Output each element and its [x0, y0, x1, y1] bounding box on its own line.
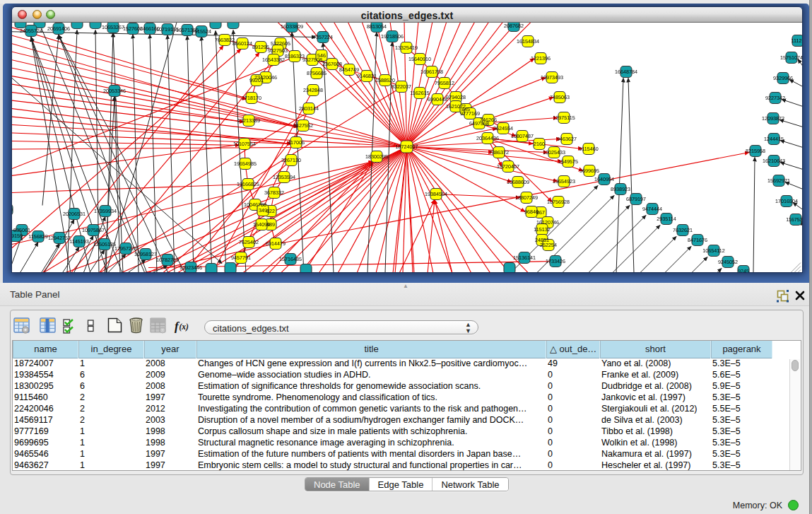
svg-text:7386372: 7386372 [489, 148, 509, 155]
svg-text:19654985: 19654985 [234, 160, 257, 166]
svg-text:10025433: 10025433 [543, 148, 565, 155]
svg-text:8186323: 8186323 [285, 52, 305, 59]
svg-text:3678332: 3678332 [264, 189, 284, 195]
svg-text:8938923: 8938923 [611, 185, 630, 192]
svg-text:1162615: 1162615 [410, 89, 429, 95]
svg-text:1156829: 1156829 [28, 233, 47, 239]
svg-text:16648784: 16648784 [615, 68, 637, 74]
svg-text:16154834: 16154834 [517, 37, 539, 44]
svg-text:115132: 115132 [534, 226, 550, 232]
svg-text:9146821: 9146821 [357, 72, 377, 78]
svg-text:18300295: 18300295 [365, 153, 388, 159]
svg-text:252254: 252254 [540, 241, 557, 247]
svg-text:18807249: 18807249 [515, 194, 538, 200]
svg-text:1549575: 1549575 [558, 158, 578, 164]
svg-text:(x): (x) [180, 322, 189, 332]
svg-text:8300: 8300 [12, 206, 13, 212]
svg-text:3267130: 3267130 [281, 156, 301, 163]
svg-text:154099: 154099 [253, 221, 270, 227]
svg-text:9115460: 9115460 [579, 145, 598, 151]
svg-text:20364436: 20364436 [476, 134, 499, 141]
svg-text:3624554: 3624554 [493, 124, 513, 131]
svg-text:9474444: 9474444 [642, 205, 662, 211]
svg-text:10958127: 10958127 [134, 250, 157, 257]
svg-text:8215958: 8215958 [746, 147, 765, 153]
svg-text:12923446: 12923446 [180, 264, 202, 270]
svg-text:9699695: 9699695 [579, 167, 599, 173]
svg-text:2803144: 2803144 [299, 105, 319, 111]
svg-text:15716485: 15716485 [279, 255, 302, 262]
svg-text:18724007: 18724007 [396, 143, 418, 149]
svg-text:10756928: 10756928 [547, 198, 570, 204]
svg-text:822: 822 [266, 207, 275, 214]
svg-text:15640910: 15640910 [408, 55, 431, 62]
svg-text:12093872: 12093872 [762, 115, 784, 121]
svg-text:1167535: 1167535 [786, 216, 802, 222]
svg-text:546: 546 [317, 52, 326, 58]
svg-text:10654112: 10654112 [702, 247, 724, 253]
svg-text:1640954: 1640954 [594, 175, 614, 182]
svg-text:10975867: 10975867 [82, 226, 105, 233]
svg-text:9245052: 9245052 [718, 258, 738, 264]
svg-text:2935114: 2935114 [657, 215, 676, 221]
svg-text:20206531: 20206531 [63, 210, 86, 216]
svg-text:13325419: 13325419 [395, 44, 418, 50]
svg-text:7632621: 7632621 [673, 226, 693, 233]
svg-text:417006: 417006 [288, 139, 305, 145]
svg-text:9329966: 9329966 [773, 74, 793, 81]
svg-text:99201: 99201 [249, 76, 264, 83]
svg-text:20691406: 20691406 [47, 25, 70, 31]
svg-text:9227342: 9227342 [765, 94, 785, 100]
svg-text:1244415: 1244415 [764, 135, 784, 141]
svg-text:8427552: 8427552 [293, 122, 313, 128]
svg-text:8756685: 8756685 [307, 69, 326, 76]
svg-text:8471676: 8471676 [688, 236, 707, 243]
svg-text:96840: 96840 [524, 208, 539, 214]
svg-text:8454749: 8454749 [339, 66, 359, 72]
svg-text:15720407: 15720407 [497, 163, 519, 169]
svg-text:9777169: 9777169 [460, 110, 480, 116]
svg-text:891295: 891295 [252, 43, 269, 49]
svg-text:7663822: 7663822 [215, 36, 235, 42]
svg-text:5322605: 5322605 [271, 40, 290, 46]
svg-text:12942757: 12942757 [48, 234, 71, 240]
svg-text:8660124: 8660124 [233, 40, 252, 46]
svg-text:2342848: 2342848 [303, 86, 323, 93]
svg-text:19654923: 19654923 [553, 177, 575, 184]
svg-text:15136141: 15136141 [513, 254, 536, 260]
svg-text:19384554: 19384554 [425, 190, 447, 197]
svg-text:15751074: 15751074 [780, 54, 802, 60]
svg-text:16782759: 16782759 [156, 256, 179, 262]
svg-text:15692971: 15692971 [767, 177, 790, 183]
svg-text:16210643: 16210643 [763, 157, 785, 163]
svg-text:1145193: 1145193 [69, 238, 88, 244]
svg-text:10973493: 10973493 [541, 74, 563, 80]
svg-text:9463627: 9463627 [557, 135, 577, 141]
svg-text:16033809: 16033809 [281, 23, 303, 29]
svg-text:12975115: 12975115 [553, 114, 575, 120]
svg-text:6990448: 6990448 [428, 95, 447, 102]
svg-text:8813054: 8813054 [367, 23, 387, 29]
svg-text:16120746: 16120746 [536, 218, 559, 225]
svg-text:7955812: 7955812 [435, 79, 454, 86]
svg-text:16543382: 16543382 [262, 56, 285, 62]
svg-text:12353594: 12353594 [273, 173, 295, 180]
svg-text:1733426: 1733426 [546, 257, 565, 264]
svg-text:10807487: 10807487 [511, 132, 534, 139]
svg-text:7485063: 7485063 [550, 93, 570, 100]
svg-text:10107554: 10107554 [233, 140, 256, 146]
svg-text:9457791: 9457791 [231, 254, 251, 260]
svg-text:6914479: 6914479 [266, 240, 286, 246]
svg-text:1221396: 1221396 [531, 54, 551, 61]
svg-text:12213389: 12213389 [237, 117, 260, 123]
svg-text:19166825: 19166825 [237, 180, 259, 187]
svg-text:7625402: 7625402 [239, 238, 259, 245]
svg-text:2718170: 2718170 [242, 94, 261, 100]
svg-text:9245: 9245 [738, 267, 749, 272]
svg-text:7515524: 7515524 [192, 28, 211, 34]
svg-text:9794028: 9794028 [446, 93, 466, 100]
svg-text:12505135: 12505135 [93, 240, 116, 247]
svg-text:1588520: 1588520 [375, 76, 395, 83]
svg-text:8322037: 8322037 [392, 83, 411, 89]
svg-text:10653267: 10653267 [102, 23, 124, 30]
